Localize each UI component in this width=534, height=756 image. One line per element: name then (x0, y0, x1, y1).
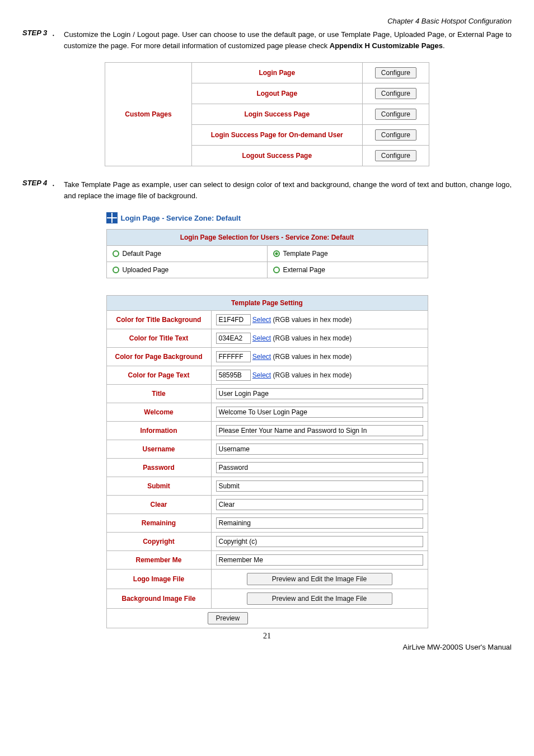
footer-text: AirLive MW-2000S User's Manual (22, 643, 512, 651)
configure-button[interactable]: Configure (375, 129, 416, 141)
grid-icon (106, 212, 118, 223)
page-number: 21 (22, 632, 512, 641)
bullet-icon: ﹒ (49, 178, 58, 188)
chapter-header: Chapter 4 Basic Hotspot Configuration (22, 17, 512, 25)
tpl-label-remaining: Remaining (106, 514, 211, 533)
preview-button[interactable]: Preview (208, 612, 249, 624)
cp-name: Login Page (191, 63, 362, 83)
step-4-label: STEP 4 (22, 179, 47, 187)
step-3-label: STEP 3 (22, 29, 47, 37)
bullet-icon: ﹒ (49, 28, 58, 38)
radio-unchecked-icon (113, 250, 119, 257)
select-link[interactable]: Select (252, 371, 271, 379)
tpl-label-username: Username (106, 440, 211, 459)
tpl-label-copyright: Copyright (106, 533, 211, 551)
hex-hint: (RGB values in hex mode) (273, 353, 352, 361)
configure-button[interactable]: Configure (375, 67, 416, 78)
hex-hint: (RGB values in hex mode) (273, 334, 352, 342)
tpl-label-submit: Submit (106, 477, 211, 496)
tpl-label-password: Password (106, 459, 211, 477)
option-template[interactable]: Template Page (267, 246, 428, 262)
clear-input[interactable] (216, 499, 423, 510)
username-input[interactable] (216, 444, 423, 455)
login-page-selection-table: Login Page Selection for Users - Service… (106, 229, 428, 278)
option-label: Template Page (283, 250, 328, 258)
bg-image-button[interactable]: Preview and Edit the Image File (247, 592, 392, 605)
radio-checked-icon (273, 250, 280, 257)
title-input[interactable] (216, 388, 423, 399)
radio-unchecked-icon (273, 267, 280, 273)
panel-title: Login Page - Service Zone: Default (121, 214, 241, 222)
step-4: STEP 4 ﹒ Take Template Page as example, … (22, 178, 512, 201)
tpl-label-page-text: Color for Page Text (106, 366, 211, 385)
page-bg-input[interactable] (216, 351, 251, 362)
option-external[interactable]: External Page (267, 262, 428, 278)
welcome-input[interactable] (216, 407, 423, 418)
select-link[interactable]: Select (252, 353, 271, 361)
remember-input[interactable] (216, 554, 423, 566)
title-text-input[interactable] (216, 333, 251, 344)
tpl-label-clear: Clear (106, 496, 211, 514)
panel-header: Login Page - Service Zone: Default (106, 212, 428, 223)
radio-unchecked-icon (113, 267, 119, 273)
page-text-input[interactable] (216, 370, 251, 381)
appendix-ref: Appendix H Customizable Pages (330, 41, 443, 50)
selection-header: Login Page Selection for Users - Service… (106, 230, 428, 246)
option-default[interactable]: Default Page (106, 246, 267, 262)
configure-button[interactable]: Configure (375, 88, 416, 99)
select-link[interactable]: Select (252, 316, 271, 324)
title-bg-input[interactable] (216, 314, 251, 325)
hex-hint: (RGB values in hex mode) (273, 316, 352, 324)
remaining-input[interactable] (216, 517, 423, 529)
step-3-body: Customize the Login / Logout page. User … (64, 29, 512, 51)
template-header: Template Page Setting (106, 296, 428, 311)
custom-pages-table: Custom Pages Login Page Configure Logout… (105, 62, 429, 166)
step-3-text-end: . (443, 41, 445, 50)
option-label: External Page (283, 266, 325, 274)
logo-image-button[interactable]: Preview and Edit the Image File (247, 573, 392, 585)
cp-name: Logout Success Page (191, 146, 362, 166)
template-page-setting-table: Template Page Setting Color for Title Ba… (106, 295, 428, 628)
tpl-label-title: Title (106, 385, 211, 403)
configure-button[interactable]: Configure (375, 150, 416, 161)
tpl-label-remember: Remember Me (106, 551, 211, 570)
submit-input[interactable] (216, 480, 423, 492)
tpl-label-title-bg: Color for Title Background (106, 311, 211, 329)
step-4-body: Take Template Page as example, user can … (64, 179, 512, 201)
cp-name: Login Success Page for On-demand User (191, 125, 362, 146)
tpl-label-bgimage: Background Image File (106, 589, 211, 609)
hex-hint: (RGB values in hex mode) (273, 371, 352, 379)
tpl-label-information: Information (106, 422, 211, 440)
tpl-label-welcome: Welcome (106, 403, 211, 422)
tpl-label-page-bg: Color for Page Background (106, 348, 211, 366)
information-input[interactable] (216, 425, 423, 436)
option-label: Uploaded Page (123, 266, 169, 274)
custom-pages-label: Custom Pages (105, 63, 192, 166)
configure-button[interactable]: Configure (375, 109, 416, 120)
copyright-input[interactable] (216, 536, 423, 547)
tpl-label-title-text: Color for Title Text (106, 329, 211, 348)
option-uploaded[interactable]: Uploaded Page (106, 262, 267, 278)
password-input[interactable] (216, 462, 423, 473)
option-label: Default Page (123, 250, 161, 258)
cp-name: Login Success Page (191, 104, 362, 125)
step-3: STEP 3 ﹒ Customize the Login / Logout pa… (22, 27, 512, 51)
tpl-label-logo: Logo Image File (106, 570, 211, 589)
cp-name: Logout Page (191, 83, 362, 104)
select-link[interactable]: Select (252, 334, 271, 342)
